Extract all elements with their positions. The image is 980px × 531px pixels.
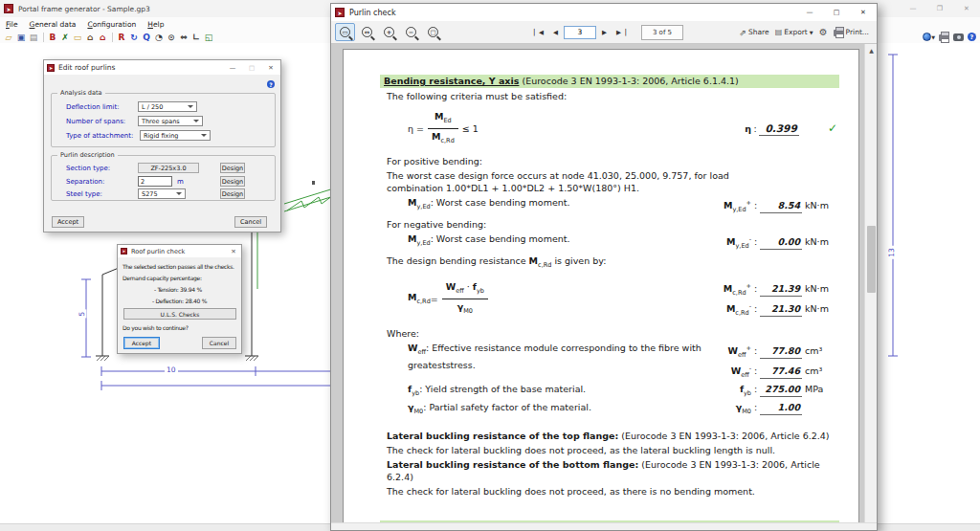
page-number-input[interactable]: [564, 26, 596, 39]
report-actions: ⇗ Share ▤ Export ▼ ⚙ Print...: [739, 23, 869, 41]
analysis-group-label: Analysis data: [57, 89, 105, 97]
steel-type-label: Steel type:: [66, 190, 102, 199]
print-preview-icon[interactable]: ▤: [28, 32, 39, 43]
section-type-value: ZF-225x3.0: [150, 165, 186, 172]
horizontal-scrollbar[interactable]: [331, 522, 877, 530]
open-icon[interactable]: ▱: [3, 32, 14, 43]
detail-window-icon[interactable]: ◱: [203, 32, 214, 43]
result-value-row: My,Ed+:8.54kN·m: [721, 196, 837, 216]
first-page-button[interactable]: ▏◀: [530, 27, 547, 38]
scroll-up-icon[interactable]: ▲: [865, 45, 877, 55]
number-of-spans-select[interactable]: Three spans: [138, 116, 203, 126]
settings-gear-icon[interactable]: ⚙: [819, 27, 828, 37]
menu-general-data[interactable]: General data: [24, 20, 82, 29]
vertical-scrollbar[interactable]: ▲: [864, 44, 877, 522]
fit-page-icon[interactable]: ▭: [335, 23, 355, 41]
report-maximize-button[interactable]: □: [823, 4, 850, 21]
menu-configuration[interactable]: Configuration: [81, 20, 142, 29]
last-page-button[interactable]: ▶▕: [612, 27, 630, 38]
report-titlebar: ➤ Purlin check — □ ✕: [331, 4, 877, 21]
edit-cancel-button[interactable]: Cancel: [234, 216, 267, 228]
scroll-thumb[interactable]: [867, 226, 876, 293]
check-accept-button[interactable]: Accept: [123, 337, 160, 349]
type-of-attachment-select[interactable]: Rigid fixing: [140, 130, 211, 141]
prev-page-button[interactable]: ◀: [549, 27, 562, 38]
uls-checks-button[interactable]: U.L.S. Checks: [123, 308, 236, 320]
main-minimize-button[interactable]: —: [900, 0, 926, 17]
pan-icon[interactable]: ⇔: [178, 32, 189, 43]
zoom-previous-icon[interactable]: Q: [141, 32, 152, 43]
help-icon[interactable]: ?: [968, 33, 976, 41]
doc-paragraph: The following criteria must be satisfied…: [387, 90, 837, 102]
menu-file[interactable]: File: [0, 20, 24, 29]
zoom-in-icon[interactable]: +: [379, 23, 399, 41]
deflection-limit-select[interactable]: L / 250: [138, 101, 197, 112]
design-separation-button[interactable]: Design: [220, 176, 245, 187]
doc-paragraph: For positive bending:: [387, 155, 837, 167]
check-cancel-button[interactable]: Cancel: [202, 337, 236, 349]
print-icon[interactable]: [939, 34, 949, 41]
main-title: Portal frame generator - Sample.gp3: [18, 5, 150, 13]
library-icon[interactable]: ⌂: [84, 32, 96, 43]
zoom-window-icon[interactable]: ⊙: [166, 32, 177, 43]
separation-label: Separation:: [66, 178, 104, 187]
folder-icon[interactable]: ▭: [72, 32, 83, 43]
snapshot-icon[interactable]: [953, 33, 964, 41]
printer-icon: [834, 30, 844, 36]
report-page: Bending resistance, Y axis (Eurocode 3 E…: [343, 49, 859, 522]
result-value-row: My,Ed-:0.00kN·m: [721, 232, 837, 253]
spacer: [380, 419, 837, 429]
edit-maximize-button: □: [242, 60, 261, 75]
edit-minimize-button[interactable]: —: [223, 60, 242, 75]
menu-help[interactable]: Help: [142, 20, 169, 29]
zoom-full-icon[interactable]: ◔: [153, 32, 165, 43]
design-section-button[interactable]: Design: [220, 163, 245, 173]
design-steel-button[interactable]: Design: [220, 188, 245, 199]
report-close-button[interactable]: ✕: [850, 4, 877, 21]
type-of-attachment-value: Rigid fixing: [144, 132, 178, 140]
language-globe-icon[interactable]: ▼: [923, 33, 935, 41]
save-icon[interactable]: ▣: [15, 32, 27, 43]
steel-type-value: S275: [142, 190, 158, 198]
zoom-out-icon[interactable]: −: [401, 23, 421, 41]
dimension-label-total-height: 13: [888, 246, 896, 259]
doc-paragraph: The check for lateral buckling does not …: [387, 444, 837, 456]
report-app-icon: ➤: [335, 8, 345, 17]
analysis-data-group: Analysis data Deflection limit: L / 250 …: [51, 93, 276, 147]
edit-close-button[interactable]: ✕: [261, 60, 280, 75]
refresh-icon[interactable]: ↻: [128, 32, 140, 43]
result-value-row: γM0:1.00: [721, 401, 837, 418]
zoom-region-icon[interactable]: □: [423, 23, 443, 41]
building-icon[interactable]: ⌂: [97, 32, 108, 43]
export-button[interactable]: ▤ Export ▼: [775, 28, 813, 36]
definition-row: Weff: Effective resistance module corres…: [380, 342, 837, 382]
separation-input[interactable]: [138, 176, 172, 187]
page-navigation: ▏◀ ◀ ▶ ▶▕ 3 of 5: [530, 23, 683, 41]
share-button[interactable]: ⇗ Share: [739, 28, 768, 37]
dimension-label-span: 10: [165, 366, 178, 374]
next-page-button[interactable]: ▶: [598, 27, 611, 38]
check-deflection: - Deflection: 28.40 %: [152, 298, 207, 304]
steel-type-select[interactable]: S275: [138, 188, 186, 199]
section-type-label: Section type:: [66, 165, 110, 173]
doc-paragraph: The check for lateral buckling does not …: [387, 485, 837, 498]
report-minimize-button[interactable]: —: [796, 4, 823, 21]
fit-width-icon[interactable]: ↔: [357, 23, 377, 41]
redraw-icon[interactable]: R: [116, 32, 127, 43]
edit-accept-button[interactable]: Accept: [52, 216, 84, 228]
edit-roof-purlins-dialog: ➤ Edit roof purlins — □ ✕ ? Analysis dat…: [43, 59, 281, 232]
main-close-button[interactable]: ✕: [953, 0, 980, 17]
dialog-app-icon: ➤: [121, 248, 127, 254]
check-close-button[interactable]: ✕: [226, 245, 241, 257]
report-viewport[interactable]: Bending resistance, Y axis (Eurocode 3 E…: [331, 44, 877, 522]
dialog-app-icon: ➤: [47, 64, 55, 72]
roof-purlin-check-dialog: ➤ Roof purlin check ✕ The selected secti…: [117, 244, 242, 354]
delete-icon[interactable]: ✗: [59, 32, 71, 43]
print-button[interactable]: Print...: [834, 28, 869, 36]
measure-icon[interactable]: ∟: [190, 32, 202, 43]
bars-icon[interactable]: B: [47, 32, 58, 43]
report-title: Purlin check: [349, 9, 396, 17]
section-type-field[interactable]: ZF-225x3.0: [138, 163, 199, 173]
main-maximize-button[interactable]: ❐: [926, 0, 953, 17]
edit-help-icon[interactable]: ?: [267, 80, 275, 88]
